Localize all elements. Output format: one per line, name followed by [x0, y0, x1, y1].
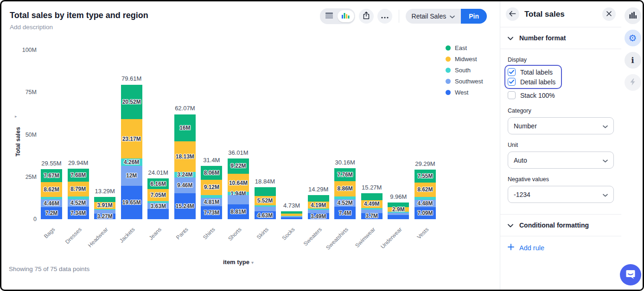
table-view-toggle[interactable]: [321, 10, 338, 22]
segment-west[interactable]: 19.65M: [121, 186, 142, 219]
segment-west[interactable]: 7.2M: [41, 207, 62, 219]
segment-west[interactable]: 4.63M: [255, 211, 276, 219]
chart-description-placeholder[interactable]: Add description: [10, 24, 53, 31]
segment-west[interactable]: 7.4M: [334, 207, 356, 219]
segment-southwest[interactable]: 4.52M: [334, 199, 356, 207]
segment-west[interactable]: [147, 209, 169, 219]
segment-southwest[interactable]: 12M: [121, 166, 142, 186]
segment-midwest[interactable]: 8.62M: [41, 182, 62, 197]
segment-west[interactable]: 3.7M: [361, 213, 383, 220]
section-number-format[interactable]: Number format: [500, 27, 621, 49]
back-arrow-icon: [509, 11, 516, 18]
chart-settings-tab[interactable]: [625, 7, 641, 24]
detail-labels-checkbox[interactable]: [508, 78, 516, 86]
segment-midwest[interactable]: 9.12M: [201, 180, 222, 195]
chart-view-toggle[interactable]: [338, 10, 354, 22]
segment-midwest[interactable]: 4.19M: [308, 202, 329, 209]
segment-east[interactable]: 20.52M: [121, 85, 142, 120]
x-axis-label: Swimwear: [354, 226, 376, 249]
segment-west[interactable]: 8.81M: [228, 204, 249, 219]
segment-midwest[interactable]: 2.9M: [388, 207, 409, 212]
segment-midwest[interactable]: 23.17M: [121, 119, 142, 158]
legend-dot-southwest: [446, 79, 451, 84]
segment-detail-label: 4.52M: [70, 200, 86, 206]
add-rule-button[interactable]: Add rule: [500, 236, 621, 259]
segment-east[interactable]: 16M: [174, 114, 196, 141]
segment-detail-label: 4.48M: [417, 200, 433, 207]
chat-launcher-button[interactable]: [620, 264, 641, 285]
legend-item-west[interactable]: West: [446, 87, 483, 98]
total-labels-checkbox[interactable]: [508, 68, 516, 76]
segment-midwest[interactable]: 10.64M: [228, 174, 249, 192]
segment-west[interactable]: 15.24M: [174, 193, 196, 219]
segment-southwest[interactable]: [255, 207, 276, 211]
unit-select-value: Auto: [514, 157, 527, 164]
more-options-button[interactable]: [377, 9, 392, 24]
segment-east[interactable]: 9.22M: [228, 158, 249, 174]
segment-midwest[interactable]: 8.62M: [414, 183, 436, 197]
segment-west[interactable]: [388, 215, 409, 220]
pin-button[interactable]: Pin: [461, 9, 487, 24]
section-conditional-formatting[interactable]: Conditional formatting: [500, 215, 621, 236]
close-panel-button[interactable]: [602, 7, 616, 21]
chart-title: Total sales by item type and region: [10, 11, 148, 20]
segment-southwest[interactable]: 4.52M: [68, 199, 89, 207]
total-labels-option-label: Total labels: [520, 69, 553, 76]
segment-midwest[interactable]: 7.05M: [147, 189, 169, 201]
segment-east[interactable]: [361, 193, 383, 200]
stack-100-option[interactable]: Stack 100%: [508, 90, 614, 100]
segment-east[interactable]: 7.55M: [414, 170, 436, 183]
x-axis-title[interactable]: item type▾: [41, 259, 436, 266]
chevron-down-icon: [603, 122, 608, 130]
segment-midwest[interactable]: 8.79M: [68, 182, 89, 196]
segment-southwest[interactable]: 9.46M: [174, 177, 196, 194]
total-labels-option[interactable]: Total labels: [508, 67, 555, 77]
segment-east[interactable]: 6.16M: [147, 178, 169, 189]
actions-tab[interactable]: [625, 74, 641, 91]
unit-select[interactable]: Auto: [508, 152, 614, 169]
segment-east[interactable]: [255, 187, 276, 196]
segment-west[interactable]: 7.73M: [201, 206, 222, 219]
segment-south[interactable]: 3.24M: [174, 172, 196, 177]
check-icon: [509, 70, 514, 74]
segment-southwest[interactable]: 4.48M: [414, 200, 436, 207]
segment-southwest[interactable]: [228, 195, 249, 204]
segment-midwest[interactable]: 4.49M: [361, 200, 383, 208]
segment-east[interactable]: [94, 197, 115, 202]
settings-tab-active[interactable]: ⚙: [625, 30, 641, 46]
segment-southwest[interactable]: 3.63M: [147, 203, 169, 209]
legend-item-midwest[interactable]: Midwest: [446, 53, 483, 64]
segment-detail-label: 8.81M: [230, 209, 246, 215]
segment-midwest[interactable]: 18.13M: [174, 141, 196, 172]
detail-labels-option[interactable]: Detail labels: [508, 77, 555, 87]
segment-east[interactable]: 7.76M: [334, 168, 356, 181]
segment-midwest[interactable]: 5.52M: [255, 196, 276, 205]
negative-values-select[interactable]: -1234: [508, 186, 614, 203]
segment-midwest[interactable]: 3.91M: [94, 202, 115, 209]
segment-south[interactable]: 4.26M: [121, 158, 142, 166]
segment-southwest[interactable]: 4.81M: [201, 198, 222, 206]
segment-southwest[interactable]: 4.46M: [41, 199, 62, 207]
back-button[interactable]: [506, 7, 519, 21]
segment-south[interactable]: 1.94M: [228, 192, 249, 195]
segment-west[interactable]: 7.34M: [68, 207, 89, 219]
bar-total-label: 4.73M: [283, 202, 300, 209]
legend-item-southwest[interactable]: Southwest: [446, 76, 483, 87]
segment-east[interactable]: 7.68M: [68, 169, 89, 182]
segment-east[interactable]: 8.06M: [201, 166, 222, 179]
segment-east[interactable]: 7.67M: [41, 169, 62, 182]
dataset-selector[interactable]: Retail Sales: [406, 9, 461, 24]
info-tab[interactable]: i: [625, 52, 641, 69]
segment-west[interactable]: 3.27M: [94, 214, 115, 219]
category-select[interactable]: Number: [508, 117, 614, 134]
segment-west[interactable]: 3.49M: [308, 213, 329, 219]
segment-midwest[interactable]: 8.86M: [334, 181, 356, 196]
segment-west[interactable]: [281, 217, 302, 219]
x-axis-label: Sweatshirts: [325, 226, 350, 251]
legend-item-east[interactable]: East: [446, 42, 483, 53]
segment-west[interactable]: 7.09M: [414, 207, 436, 219]
stack-100-checkbox[interactable]: [508, 91, 516, 99]
share-button[interactable]: [359, 9, 374, 24]
legend-item-south[interactable]: South: [446, 64, 483, 76]
segment-east[interactable]: [308, 195, 329, 202]
